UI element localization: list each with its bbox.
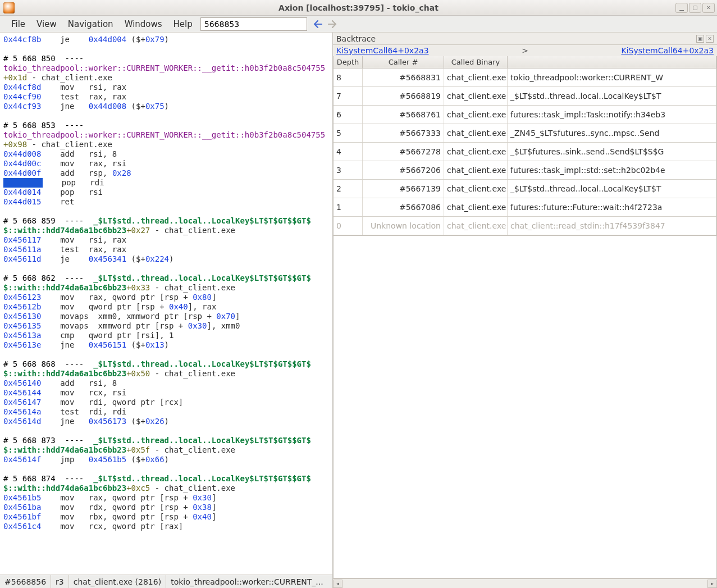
- table-row[interactable]: 7#5668819chat_client.exe_$LT$std..thread…: [334, 87, 716, 106]
- window-title: Axion [localhost:39795] - tokio_chat: [278, 3, 439, 12]
- cell-function: tokio_threadpool::worker::CURRENT_W: [508, 69, 716, 86]
- cell-depth: 7: [334, 87, 363, 105]
- app-icon: [3, 2, 15, 13]
- cell-binary: chat_client.exe: [444, 180, 508, 198]
- status-binary: chat_client.exe (2816): [69, 575, 166, 588]
- table-row[interactable]: 1#5667086chat_client.exefutures::future:…: [334, 198, 716, 217]
- cell-binary: chat_client.exe: [444, 161, 508, 179]
- table-row[interactable]: 8#5668831chat_client.exetokio_threadpool…: [334, 69, 716, 87]
- scroll-right-button[interactable]: ▸: [707, 580, 717, 588]
- backtrace-separator: >: [429, 46, 622, 55]
- cell-function: _$LT$std..thread..local..LocalKey$LT$T: [508, 87, 716, 105]
- statusbar: #5668856 r3 chat_client.exe (2816) tokio…: [0, 575, 332, 588]
- col-depth[interactable]: Depth: [334, 56, 363, 68]
- titlebar: Axion [localhost:39795] - tokio_chat ▁ ▢…: [0, 0, 717, 16]
- cell-depth: 5: [334, 124, 363, 142]
- table-row[interactable]: 2#5667139chat_client.exe_$LT$std..thread…: [334, 180, 716, 198]
- col-caller[interactable]: Caller #: [363, 56, 444, 68]
- backtrace-title: Backtrace: [336, 34, 376, 43]
- cell-caller: #5668831: [363, 69, 444, 86]
- cell-depth: 8: [334, 69, 363, 86]
- backtrace-source-link[interactable]: KiSystemCall64+0x2a3: [336, 46, 429, 55]
- disassembly-view[interactable]: 0x44cf8b je 0x44d004 ($+0x79) # 5 668 85…: [0, 33, 332, 575]
- close-button[interactable]: ✕: [702, 3, 715, 13]
- panel-close-button[interactable]: ✕: [706, 35, 714, 43]
- content: 0x44cf8b je 0x44d004 ($+0x79) # 5 668 85…: [0, 33, 717, 588]
- menubar: File View Navigation Windows Help: [0, 16, 717, 33]
- cell-binary: chat_client.exe: [444, 217, 508, 235]
- current-instruction-highlight: [3, 178, 43, 188]
- table-row[interactable]: 0Unknown locationchat_client.exechat_cli…: [334, 217, 716, 235]
- cell-depth: 2: [334, 180, 363, 198]
- cell-function: _$LT$futures..sink..send..Send$LT$S$G: [508, 143, 716, 161]
- cell-depth: 4: [334, 143, 363, 161]
- cell-binary: chat_client.exe: [444, 143, 508, 161]
- menu-navigation[interactable]: Navigation: [62, 17, 119, 31]
- cell-depth: 6: [334, 106, 363, 124]
- cell-binary: chat_client.exe: [444, 124, 508, 142]
- col-bin[interactable]: Called Binary: [444, 56, 508, 68]
- cell-caller: #5668819: [363, 87, 444, 105]
- cell-depth: 0: [334, 217, 363, 235]
- table-row[interactable]: 3#5667206chat_client.exefutures::task_im…: [334, 161, 716, 180]
- backtrace-empty-area: [333, 236, 717, 578]
- cell-caller: #5667206: [363, 161, 444, 179]
- col-function[interactable]: [508, 56, 716, 68]
- status-ring: r3: [51, 575, 69, 588]
- cell-caller: #5668761: [363, 106, 444, 124]
- panel-pop-button[interactable]: ▣: [696, 35, 704, 43]
- horizontal-scrollbar[interactable]: ◂ ▸: [333, 578, 717, 588]
- backtrace-table: Depth Caller # Called Binary 8#5668831ch…: [333, 56, 717, 236]
- cell-caller: #5667086: [363, 198, 444, 216]
- cell-caller: #5667333: [363, 124, 444, 142]
- menu-windows[interactable]: Windows: [119, 17, 168, 31]
- cell-binary: chat_client.exe: [444, 69, 508, 86]
- cell-binary: chat_client.exe: [444, 198, 508, 216]
- backtrace-panel: Backtrace ▣ ✕ KiSystemCall64+0x2a3 > KiS…: [333, 33, 717, 588]
- menu-file[interactable]: File: [6, 17, 31, 31]
- cell-depth: 1: [334, 198, 363, 216]
- search-input[interactable]: [200, 17, 307, 31]
- cell-function: futures::task_impl::Task::notify::h34eb3: [508, 106, 716, 124]
- cell-function: chat_client::read_stdin::h17f4539f3847: [508, 217, 716, 235]
- menu-view[interactable]: View: [31, 17, 62, 31]
- menu-help[interactable]: Help: [168, 17, 198, 31]
- table-row[interactable]: 5#5667333chat_client.exe_ZN45_$LT$future…: [334, 124, 716, 143]
- backtrace-target-link[interactable]: KiSystemCall64+0x2a3: [621, 46, 714, 55]
- table-header: Depth Caller # Called Binary: [334, 56, 716, 69]
- nav-back-button[interactable]: [313, 19, 323, 29]
- cell-function: futures::task_impl::std::set::h2bc02b4e: [508, 161, 716, 179]
- status-symbol: tokio_threadpool::worker::CURRENT_...: [166, 575, 332, 588]
- cell-function: _$LT$std..thread..local..LocalKey$LT$T: [508, 180, 716, 198]
- cell-binary: chat_client.exe: [444, 106, 508, 124]
- table-row[interactable]: 4#5667278chat_client.exe_$LT$futures..si…: [334, 143, 716, 161]
- cell-caller: Unknown location: [363, 217, 444, 235]
- cell-binary: chat_client.exe: [444, 87, 508, 105]
- cell-function: _ZN45_$LT$futures..sync..mpsc..Send: [508, 124, 716, 142]
- code-panel: 0x44cf8b je 0x44d004 ($+0x79) # 5 668 85…: [0, 33, 333, 588]
- cell-caller: #5667278: [363, 143, 444, 161]
- minimize-button[interactable]: ▁: [675, 3, 688, 13]
- table-row[interactable]: 6#5668761chat_client.exefutures::task_im…: [334, 106, 716, 124]
- cell-depth: 3: [334, 161, 363, 179]
- status-position: #5668856: [0, 575, 51, 588]
- nav-forward-button[interactable]: [327, 19, 337, 29]
- cell-function: futures::future::Future::wait::h4f2723a: [508, 198, 716, 216]
- cell-caller: #5667139: [363, 180, 444, 198]
- scroll-left-button[interactable]: ◂: [333, 580, 342, 588]
- maximize-button[interactable]: ▢: [689, 3, 701, 13]
